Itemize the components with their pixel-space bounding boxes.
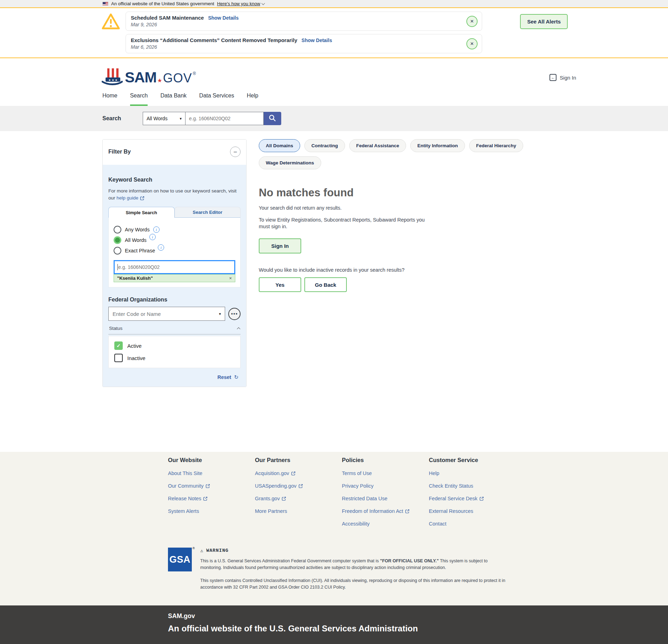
identity-footer: SAM.gov An official website of the U.S. … [0,605,668,644]
footer-link-foia[interactable]: Freedom of Information Act [342,508,429,514]
footer-link-label: Grants.gov [255,496,280,501]
radio-all-words[interactable] [114,236,121,244]
search-mode-value: All Words [147,116,168,121]
reset-filters-link[interactable]: Reset [217,374,231,380]
header-sign-in-link[interactable]: ← Sign In [549,74,576,81]
footer-link-terms-of-use[interactable]: Terms of Use [342,470,429,476]
footer-link-accessibility[interactable]: Accessibility [342,521,429,527]
footer-link-label: Release Notes [168,496,201,501]
nav-item-home[interactable]: Home [102,93,117,106]
reset-refresh-icon[interactable]: ↻ [234,374,238,380]
gsa-logo: GSA ® [168,548,192,571]
footer-link-label: Freedom of Information Act [342,508,403,514]
search-submit-button[interactable] [264,112,281,125]
footer-site-name: SAM.gov [168,612,668,620]
logo-gov-text: GOV [163,71,192,86]
help-guide-link[interactable]: help guide [116,195,144,202]
domain-tab-all-domains[interactable]: All Domains [259,139,300,152]
yes-button[interactable]: Yes [259,277,301,292]
info-icon[interactable]: i [153,226,160,233]
inactive-records-question: Would you like to include inactive recor… [259,267,566,273]
see-all-alerts-button[interactable]: See All Alerts [520,14,568,29]
go-back-button[interactable]: Go Back [304,277,347,292]
footer-tagline: An official website of the U.S. General … [168,624,668,633]
footer-link-our-community[interactable]: Our Community [168,483,255,489]
filter-collapse-button[interactable]: – [230,147,241,157]
domain-tab-entity-information[interactable]: Entity Information [410,139,465,152]
search-mode-select[interactable]: All Words ▾ [143,112,185,125]
footer-link-more-partners[interactable]: More Partners [255,508,342,514]
footer-link-federal-service-desk[interactable]: Federal Service Desk [429,496,516,501]
warning-block: ⚠ WARNING This is a U.S. General Service… [200,548,509,591]
info-icon[interactable]: i [158,244,164,251]
checkbox-active[interactable]: ✓ [114,341,123,350]
how-you-know-link[interactable]: Here's how you know [217,1,264,6]
global-search-input[interactable] [185,112,264,125]
sam-gov-logo[interactable]: ★ ★ ★ SAM ★ GOV ® [102,68,196,87]
keyword-input[interactable]: e.g. 1606N020Q02 [114,260,235,274]
federal-org-combobox[interactable]: Enter Code or Name ▾ [108,307,225,321]
simple-search-panel: Any Words i All Words i Exact Phrase i [108,218,241,287]
federal-org-placeholder: Enter Code or Name [113,311,161,317]
checkbox-inactive[interactable] [114,354,123,362]
external-link-icon [140,196,144,201]
alert-maintenance: Scheduled SAM Maintenance Show Details M… [126,12,482,31]
federal-org-more-button[interactable]: ●●● [228,308,241,320]
chip-remove-icon[interactable]: × [229,276,232,281]
footer-col-heading: Customer Service [429,457,516,463]
footer-link-label: Accessibility [342,521,370,527]
alert-show-details-link[interactable]: Show Details [208,15,238,21]
nav-item-search[interactable]: Search [130,93,148,106]
radio-any-words[interactable] [114,226,121,233]
magnifier-icon [269,114,276,123]
footer-link-grants-gov[interactable]: Grants.gov [255,496,342,501]
alert-show-details-link[interactable]: Show Details [302,38,332,43]
domain-tab-contracting[interactable]: Contracting [304,139,345,152]
footer-col-customer-service: Customer Service Help Check Entity Statu… [429,457,516,534]
info-icon[interactable]: i [149,234,156,240]
external-link-icon [203,496,208,501]
footer-link-usaspending-gov[interactable]: USASpending.gov [255,483,342,489]
warning-paragraph-1: This is a U.S. General Services Administ… [200,558,509,571]
footer-link-external-resources[interactable]: External Resources [429,508,516,514]
caret-down-icon: ▾ [180,116,182,121]
footer-link-about-this-site[interactable]: About This Site [168,470,255,476]
filter-panel: Filter By – Keyword Search For more info… [102,139,247,387]
domain-tab-federal-assistance[interactable]: Federal Assistance [349,139,406,152]
footer-link-release-notes[interactable]: Release Notes [168,496,255,501]
nav-item-data-services[interactable]: Data Services [199,93,234,106]
status-section-toggle[interactable]: Status [108,326,241,334]
warning-fouo: "FOR OFFICIAL USE ONLY." [380,558,439,563]
footer-link-label: USASpending.gov [255,483,297,489]
text-cursor [117,264,118,270]
main-nav: Home Search Data Bank Data Services Help [0,93,668,106]
footer-col-heading: Policies [342,457,429,463]
footer-link-acquisition-gov[interactable]: Acquisition.gov [255,470,342,476]
keyword-chip: "Kseniia Kulish" × [114,274,235,282]
nav-item-data-bank[interactable]: Data Bank [160,93,187,106]
alert-close-button[interactable]: × [466,38,478,49]
alert-exclusions: Exclusions “Additional Comments” Content… [126,34,482,53]
external-link-icon [298,484,303,488]
footer-link-system-alerts[interactable]: System Alerts [168,508,255,514]
external-link-icon [205,484,210,488]
gov-banner-text: An official website of the United States… [111,1,214,6]
tab-simple-search[interactable]: Simple Search [108,207,175,218]
logo-star-icon: ★ [157,77,162,84]
footer-col-heading: Our Partners [255,457,342,463]
domain-tab-federal-hierarchy[interactable]: Federal Hierarchy [469,139,523,152]
radio-exact-phrase[interactable] [114,247,121,255]
footer-link-help[interactable]: Help [429,470,516,476]
alert-close-button[interactable]: × [466,16,478,27]
tab-search-editor[interactable]: Search Editor [175,207,241,218]
footer-col-our-website: Our Website About This Site Our Communit… [168,457,255,534]
how-you-know-label: Here's how you know [217,1,260,6]
footer-link-privacy-policy[interactable]: Privacy Policy [342,483,429,489]
footer-link-contact[interactable]: Contact [429,521,516,527]
footer-link-restricted-data-use[interactable]: Restricted Data Use [342,496,429,501]
nav-item-help[interactable]: Help [247,93,258,106]
sign-in-button[interactable]: Sign In [259,238,301,253]
footer-link-check-entity-status[interactable]: Check Entity Status [429,483,516,489]
status-label: Status [109,326,122,331]
domain-tab-wage-determinations[interactable]: Wage Determinations [259,156,321,169]
